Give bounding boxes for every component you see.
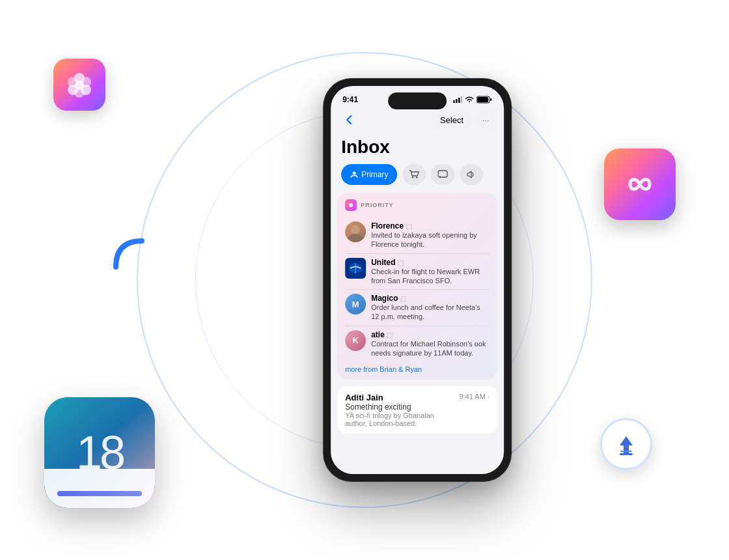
priority-icon: [345, 199, 357, 211]
tab-messages[interactable]: [432, 164, 455, 185]
email-regular-aditi[interactable]: Aditi Jain Something exciting YA sci-fi …: [337, 386, 497, 434]
iphone-screen: 9:41: [331, 86, 504, 474]
iphone-frame: 9:41: [323, 78, 512, 482]
svg-rect-8: [620, 453, 633, 455]
tab-shopping[interactable]: [403, 164, 426, 185]
app-icon-flower[interactable]: [53, 59, 105, 111]
email-item-magico[interactable]: M Magico ⬚ Order lunch and coffee for Ne…: [345, 290, 489, 326]
email-sender-aditi: Aditi Jain: [345, 393, 454, 402]
ios18-progress-bar: [57, 491, 142, 496]
email-content-magico: Magico ⬚ Order lunch and coffee for Neet…: [371, 294, 489, 322]
email-time-text: 9:41 AM: [459, 393, 485, 400]
more-link-text: more from Brian & Ryan: [345, 365, 422, 373]
battery-icon: [476, 96, 492, 104]
tab-promotions[interactable]: [460, 164, 484, 185]
svg-rect-9: [620, 451, 632, 452]
svg-point-18: [412, 176, 413, 178]
more-button[interactable]: ···: [476, 111, 495, 129]
megaphone-icon: [467, 170, 477, 179]
nav-actions: Select ···: [432, 111, 495, 129]
ios18-label-area: [44, 469, 155, 508]
svg-point-17: [353, 172, 356, 175]
svg-rect-12: [458, 98, 460, 103]
email-preview-florence: Invited to izakaya soft opening by Flore…: [371, 231, 489, 249]
svg-rect-11: [456, 99, 458, 103]
signal-icon: [453, 96, 462, 103]
svg-point-6: [75, 81, 84, 90]
email-subject-aditi: Something exciting: [345, 402, 454, 412]
priority-header: PRIORITY: [345, 199, 489, 211]
avatar-florence: [345, 221, 366, 242]
svg-rect-20: [439, 171, 448, 177]
email-preview-katie: Contract for Michael Robinson's ook need…: [371, 339, 489, 358]
email-item-florence[interactable]: Florence ⬚ Invited to izakaya soft openi…: [345, 217, 489, 254]
iphone-wrapper: 9:41: [323, 78, 512, 482]
svg-point-19: [416, 176, 417, 178]
ellipsis-icon: ···: [482, 115, 489, 125]
email-sender-florence: Florence ⬚: [371, 221, 489, 231]
email-sender-united: United ⬚: [371, 258, 489, 267]
email-preview-aditi: YA sci-fi trilogy by Ghanaian author, Lo…: [345, 412, 454, 427]
email-sender-katie: atie ⬚: [371, 330, 489, 339]
email-preview-united: Check-in for flight to Newark EWR from S…: [371, 267, 489, 286]
nav-bar: Select ···: [331, 108, 504, 134]
blue-swish-decoration: [109, 234, 148, 276]
tab-primary[interactable]: Primary: [341, 164, 397, 185]
tab-primary-label: Primary: [361, 170, 388, 179]
star-icon: [348, 202, 354, 208]
dynamic-island: [388, 92, 447, 109]
email-time-aditi: 9:41 AM ›: [459, 393, 489, 400]
svg-point-22: [351, 225, 360, 234]
flower-icon: [63, 68, 96, 101]
svg-rect-13: [461, 96, 462, 103]
avatar-magico: M: [345, 294, 366, 315]
cart-icon: [409, 170, 420, 179]
upload-icon: [613, 431, 639, 457]
email-content-katie: atie ⬚ Contract for Michael Robinson's o…: [371, 330, 489, 358]
svg-point-23: [348, 234, 363, 242]
inbox-title: Inbox: [331, 134, 504, 164]
email-preview-magico: Order lunch and coffee for Neeta's 12 p.…: [371, 303, 489, 322]
email-content-florence: Florence ⬚ Invited to izakaya soft openi…: [371, 221, 489, 249]
email-item-katie[interactable]: K atie ⬚ Contract for Michael Robinson's…: [345, 326, 489, 362]
florence-avatar-img: [345, 221, 366, 242]
email-regular-content: Aditi Jain Something exciting YA sci-fi …: [345, 393, 454, 427]
svg-rect-15: [477, 97, 488, 102]
united-logo: [348, 262, 363, 274]
priority-card: PRIORITY Florence ⬚ Invited to izakaya s…: [337, 193, 497, 380]
infinity-icon: [617, 168, 663, 201]
svg-point-21: [349, 203, 353, 207]
back-chevron-icon: [346, 115, 352, 125]
app-icon-infinity[interactable]: [604, 148, 676, 220]
status-time: 9:41: [342, 95, 358, 104]
chevron-right-icon: ›: [488, 393, 489, 400]
svg-rect-10: [453, 100, 455, 103]
status-icons: [453, 96, 492, 104]
more-from-link[interactable]: more from Brian & Ryan: [345, 365, 489, 373]
wifi-icon: [465, 96, 474, 103]
tab-pills: Primary: [331, 164, 504, 193]
priority-label: PRIORITY: [361, 202, 394, 208]
email-content-united: United ⬚ Check-in for flight to Newark E…: [371, 258, 489, 286]
select-button[interactable]: Select: [432, 112, 471, 128]
person-icon: [350, 171, 358, 178]
svg-rect-16: [490, 98, 491, 101]
email-item-united[interactable]: United ⬚ Check-in for flight to Newark E…: [345, 254, 489, 290]
chat-icon: [438, 170, 448, 179]
email-sender-magico: Magico ⬚: [371, 294, 489, 303]
back-button[interactable]: [340, 111, 358, 129]
app-icon-upload[interactable]: [600, 418, 652, 470]
avatar-united: [345, 258, 366, 279]
avatar-katie: K: [345, 330, 366, 351]
app-icon-ios18[interactable]: 18: [44, 397, 155, 508]
